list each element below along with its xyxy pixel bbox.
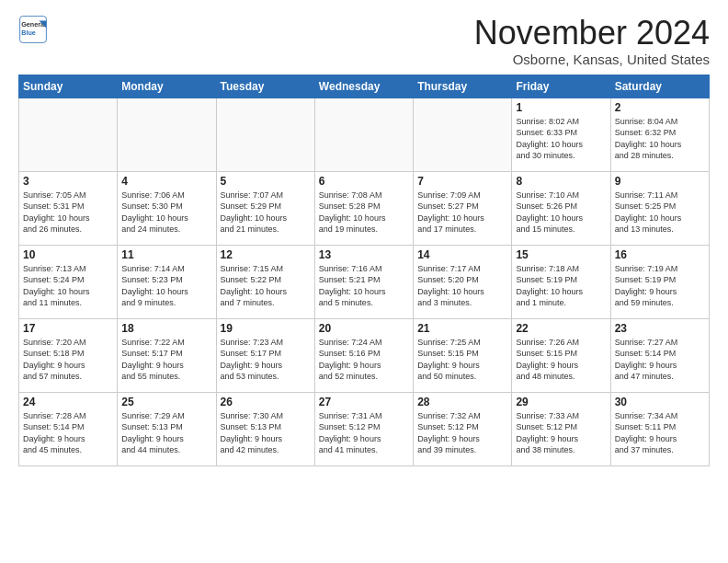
day-info: Sunrise: 7:06 AM Sunset: 5:30 PM Dayligh… (121, 190, 211, 236)
day-cell: 1Sunrise: 8:02 AM Sunset: 6:33 PM Daylig… (512, 98, 610, 171)
calendar: SundayMondayTuesdayWednesdayThursdayFrid… (18, 75, 710, 466)
day-info: Sunrise: 7:33 AM Sunset: 5:12 PM Dayligh… (516, 410, 606, 456)
day-cell: 13Sunrise: 7:16 AM Sunset: 5:21 PM Dayli… (314, 245, 413, 318)
day-number: 5 (221, 175, 311, 188)
day-number: 4 (121, 175, 211, 188)
day-cell: 12Sunrise: 7:15 AM Sunset: 5:22 PM Dayli… (216, 245, 314, 318)
day-info: Sunrise: 7:13 AM Sunset: 5:24 PM Dayligh… (23, 263, 113, 309)
day-cell: 30Sunrise: 7:34 AM Sunset: 5:11 PM Dayli… (610, 392, 709, 465)
day-number: 1 (516, 101, 606, 114)
day-number: 30 (615, 396, 705, 408)
day-number: 14 (417, 248, 507, 261)
day-cell: 5Sunrise: 7:07 AM Sunset: 5:29 PM Daylig… (216, 171, 314, 245)
day-number: 17 (23, 322, 113, 335)
day-cell: 16Sunrise: 7:19 AM Sunset: 5:19 PM Dayli… (610, 245, 709, 318)
day-number: 21 (417, 322, 507, 335)
day-cell: 8Sunrise: 7:10 AM Sunset: 5:26 PM Daylig… (512, 171, 610, 245)
day-cell: 4Sunrise: 7:06 AM Sunset: 5:30 PM Daylig… (118, 171, 216, 245)
day-cell: 9Sunrise: 7:11 AM Sunset: 5:25 PM Daylig… (610, 171, 709, 245)
day-info: Sunrise: 7:18 AM Sunset: 5:19 PM Dayligh… (516, 263, 606, 309)
day-info: Sunrise: 7:11 AM Sunset: 5:25 PM Dayligh… (615, 190, 705, 236)
day-number: 16 (615, 248, 705, 261)
day-cell: 14Sunrise: 7:17 AM Sunset: 5:20 PM Dayli… (414, 245, 512, 318)
day-number: 7 (417, 175, 507, 188)
day-number: 15 (516, 248, 606, 261)
day-cell (314, 98, 413, 171)
day-cell (414, 98, 512, 171)
week-row-3: 17Sunrise: 7:20 AM Sunset: 5:18 PM Dayli… (19, 318, 710, 392)
day-info: Sunrise: 7:19 AM Sunset: 5:19 PM Dayligh… (615, 263, 705, 309)
weekday-header-friday: Friday (512, 75, 610, 98)
day-number: 18 (121, 322, 211, 335)
week-row-1: 3Sunrise: 7:05 AM Sunset: 5:31 PM Daylig… (19, 171, 710, 245)
day-cell: 27Sunrise: 7:31 AM Sunset: 5:12 PM Dayli… (314, 392, 413, 465)
day-cell: 23Sunrise: 7:27 AM Sunset: 5:14 PM Dayli… (610, 318, 709, 392)
weekday-header-saturday: Saturday (610, 75, 709, 98)
day-info: Sunrise: 7:23 AM Sunset: 5:17 PM Dayligh… (221, 337, 311, 383)
month-title: November 2024 (474, 15, 710, 52)
day-cell: 21Sunrise: 7:25 AM Sunset: 5:15 PM Dayli… (414, 318, 512, 392)
day-number: 13 (319, 248, 409, 261)
week-row-4: 24Sunrise: 7:28 AM Sunset: 5:14 PM Dayli… (19, 392, 710, 465)
day-info: Sunrise: 7:22 AM Sunset: 5:17 PM Dayligh… (121, 337, 211, 383)
day-number: 26 (221, 396, 311, 408)
day-info: Sunrise: 7:17 AM Sunset: 5:20 PM Dayligh… (417, 263, 507, 309)
day-cell: 11Sunrise: 7:14 AM Sunset: 5:23 PM Dayli… (118, 245, 216, 318)
day-cell: 20Sunrise: 7:24 AM Sunset: 5:16 PM Dayli… (314, 318, 413, 392)
day-info: Sunrise: 7:25 AM Sunset: 5:15 PM Dayligh… (417, 337, 507, 383)
day-info: Sunrise: 7:15 AM Sunset: 5:22 PM Dayligh… (221, 263, 311, 309)
day-cell: 29Sunrise: 7:33 AM Sunset: 5:12 PM Dayli… (512, 392, 610, 465)
day-cell: 3Sunrise: 7:05 AM Sunset: 5:31 PM Daylig… (19, 171, 118, 245)
day-info: Sunrise: 7:30 AM Sunset: 5:13 PM Dayligh… (221, 410, 311, 456)
day-info: Sunrise: 7:14 AM Sunset: 5:23 PM Dayligh… (121, 263, 211, 309)
weekday-header-sunday: Sunday (19, 75, 118, 98)
day-info: Sunrise: 8:04 AM Sunset: 6:32 PM Dayligh… (615, 116, 705, 162)
day-info: Sunrise: 7:32 AM Sunset: 5:12 PM Dayligh… (417, 410, 507, 456)
day-cell: 25Sunrise: 7:29 AM Sunset: 5:13 PM Dayli… (118, 392, 216, 465)
day-cell (216, 98, 314, 171)
weekday-header-monday: Monday (118, 75, 216, 98)
day-info: Sunrise: 7:26 AM Sunset: 5:15 PM Dayligh… (516, 337, 606, 383)
svg-text:Blue: Blue (21, 29, 36, 37)
day-info: Sunrise: 7:10 AM Sunset: 5:26 PM Dayligh… (516, 190, 606, 236)
weekday-header-thursday: Thursday (414, 75, 512, 98)
day-info: Sunrise: 7:05 AM Sunset: 5:31 PM Dayligh… (23, 190, 113, 236)
header: General Blue November 2024 Osborne, Kans… (18, 15, 710, 67)
day-info: Sunrise: 7:16 AM Sunset: 5:21 PM Dayligh… (319, 263, 409, 309)
day-cell: 19Sunrise: 7:23 AM Sunset: 5:17 PM Dayli… (216, 318, 314, 392)
day-cell: 2Sunrise: 8:04 AM Sunset: 6:32 PM Daylig… (610, 98, 709, 171)
day-cell (118, 98, 216, 171)
weekday-header-tuesday: Tuesday (216, 75, 314, 98)
day-number: 24 (23, 396, 113, 408)
day-info: Sunrise: 7:29 AM Sunset: 5:13 PM Dayligh… (121, 410, 211, 456)
day-number: 2 (615, 101, 705, 114)
day-number: 9 (615, 175, 705, 188)
day-number: 6 (319, 175, 409, 188)
day-number: 29 (516, 396, 606, 408)
page: General Blue November 2024 Osborne, Kans… (0, 0, 728, 563)
day-info: Sunrise: 8:02 AM Sunset: 6:33 PM Dayligh… (516, 116, 606, 162)
day-info: Sunrise: 7:09 AM Sunset: 5:27 PM Dayligh… (417, 190, 507, 236)
day-number: 27 (319, 396, 409, 408)
logo-icon: General Blue (18, 15, 48, 44)
day-info: Sunrise: 7:34 AM Sunset: 5:11 PM Dayligh… (615, 410, 705, 456)
day-number: 10 (23, 248, 113, 261)
day-number: 23 (615, 322, 705, 335)
day-number: 22 (516, 322, 606, 335)
day-cell: 18Sunrise: 7:22 AM Sunset: 5:17 PM Dayli… (118, 318, 216, 392)
logo: General Blue (18, 15, 50, 44)
day-info: Sunrise: 7:20 AM Sunset: 5:18 PM Dayligh… (23, 337, 113, 383)
day-info: Sunrise: 7:27 AM Sunset: 5:14 PM Dayligh… (615, 337, 705, 383)
day-info: Sunrise: 7:07 AM Sunset: 5:29 PM Dayligh… (221, 190, 311, 236)
day-number: 8 (516, 175, 606, 188)
day-cell: 26Sunrise: 7:30 AM Sunset: 5:13 PM Dayli… (216, 392, 314, 465)
day-number: 12 (221, 248, 311, 261)
day-number: 19 (221, 322, 311, 335)
day-cell: 10Sunrise: 7:13 AM Sunset: 5:24 PM Dayli… (19, 245, 118, 318)
day-number: 20 (319, 322, 409, 335)
day-cell: 6Sunrise: 7:08 AM Sunset: 5:28 PM Daylig… (314, 171, 413, 245)
location: Osborne, Kansas, United States (474, 52, 710, 67)
day-info: Sunrise: 7:24 AM Sunset: 5:16 PM Dayligh… (319, 337, 409, 383)
day-cell: 24Sunrise: 7:28 AM Sunset: 5:14 PM Dayli… (19, 392, 118, 465)
day-info: Sunrise: 7:08 AM Sunset: 5:28 PM Dayligh… (319, 190, 409, 236)
